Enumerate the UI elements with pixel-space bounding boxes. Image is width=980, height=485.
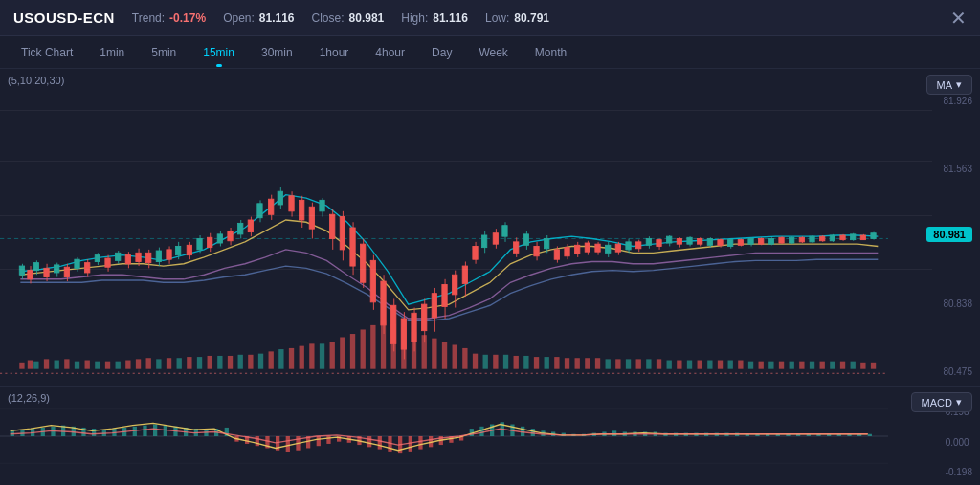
tab-4hour[interactable]: 4hour [362, 42, 418, 63]
svg-rect-128 [473, 246, 478, 259]
tab-tick[interactable]: Tick Chart [8, 42, 86, 63]
svg-rect-14 [156, 251, 161, 261]
svg-rect-72 [85, 263, 90, 273]
svg-rect-223 [840, 362, 845, 369]
tab-30min[interactable]: 30min [248, 42, 306, 63]
tab-day[interactable]: Day [418, 42, 465, 63]
svg-rect-142 [585, 243, 590, 252]
svg-rect-198 [422, 335, 427, 368]
macd-svg [0, 387, 980, 485]
svg-rect-38 [606, 245, 611, 253]
svg-rect-162 [779, 237, 784, 243]
tab-month[interactable]: Month [522, 42, 580, 63]
svg-rect-106 [361, 244, 366, 282]
svg-rect-160 [759, 238, 764, 244]
macd-panel[interactable]: (12,26,9) MACD ▾ 0.198 0.000 -0.198 [0, 387, 980, 485]
trend-label: Trend: [132, 11, 165, 25]
svg-rect-225 [871, 363, 876, 369]
svg-rect-251 [768, 362, 773, 369]
tab-15min[interactable]: 15min [189, 42, 248, 63]
svg-rect-185 [269, 351, 274, 368]
svg-rect-218 [738, 361, 743, 369]
svg-rect-207 [554, 357, 559, 369]
svg-rect-173 [44, 359, 49, 368]
svg-rect-120 [432, 294, 436, 318]
svg-rect-200 [442, 342, 447, 369]
svg-rect-195 [391, 324, 396, 369]
svg-rect-46 [687, 237, 692, 244]
svg-rect-12 [116, 253, 121, 260]
grid-line-3 [0, 215, 932, 216]
svg-rect-222 [820, 362, 825, 369]
svg-rect-217 [718, 361, 723, 369]
svg-rect-216 [698, 361, 702, 369]
current-price-label: 80.981 [926, 227, 972, 242]
svg-rect-206 [534, 357, 539, 369]
svg-rect-175 [85, 361, 90, 369]
svg-rect-176 [105, 362, 110, 369]
svg-rect-189 [330, 342, 335, 369]
svg-rect-122 [442, 285, 447, 307]
svg-rect-40 [626, 242, 631, 250]
tab-1hour[interactable]: 1hour [306, 42, 363, 63]
svg-rect-194 [381, 320, 386, 368]
svg-rect-110 [381, 281, 386, 325]
ma-dropdown-button[interactable]: MA ▾ [926, 75, 973, 95]
svg-rect-166 [820, 236, 825, 241]
open-value: 81.116 [259, 11, 295, 25]
svg-rect-272 [153, 425, 157, 436]
svg-rect-56 [790, 237, 794, 243]
svg-rect-239 [483, 355, 488, 369]
tab-5min[interactable]: 5min [138, 42, 189, 63]
svg-rect-229 [95, 362, 100, 369]
svg-rect-226 [33, 362, 38, 369]
macd-indicator-label: (12,26,9) [8, 392, 50, 404]
svg-rect-36 [545, 238, 549, 248]
svg-rect-8 [75, 259, 79, 268]
svg-rect-180 [167, 358, 171, 368]
svg-rect-205 [514, 356, 519, 369]
svg-rect-298 [418, 436, 422, 450]
svg-rect-244 [626, 359, 631, 368]
trend-value: -0.17% [169, 11, 206, 25]
close-stat: Close: 80.981 [312, 11, 385, 25]
svg-rect-164 [799, 237, 804, 242]
svg-rect-238 [320, 343, 324, 368]
main-chart[interactable]: (5,10,20,30) MA ▾ 81.926 81.563 81.201 8… [0, 69, 980, 387]
svg-rect-62 [851, 234, 856, 240]
svg-rect-204 [493, 355, 498, 369]
svg-rect-219 [759, 362, 764, 369]
svg-rect-138 [565, 248, 569, 256]
svg-rect-342 [868, 434, 872, 436]
svg-rect-282 [256, 436, 259, 446]
candlestick-svg [0, 69, 980, 386]
svg-rect-156 [718, 240, 723, 246]
svg-rect-42 [646, 238, 651, 245]
svg-rect-104 [350, 228, 355, 266]
svg-rect-20 [217, 234, 222, 243]
svg-rect-187 [300, 346, 304, 369]
svg-rect-66 [28, 271, 33, 279]
svg-rect-190 [340, 337, 345, 368]
svg-rect-28 [320, 200, 324, 210]
svg-rect-234 [217, 356, 222, 369]
ma-indicator-label: (5,10,20,30) [8, 75, 64, 86]
macd-dropdown-button[interactable]: MACD ▾ [911, 392, 972, 412]
svg-rect-136 [554, 250, 559, 259]
tab-week[interactable]: Week [465, 42, 521, 63]
svg-rect-201 [453, 344, 457, 368]
high-label: High: [401, 11, 428, 25]
svg-rect-254 [830, 362, 835, 369]
close-button[interactable]: ✕ [950, 9, 967, 28]
svg-rect-215 [677, 361, 681, 369]
symbol-label: USOUSD-ECN [13, 10, 115, 26]
svg-rect-247 [687, 361, 692, 369]
svg-rect-250 [748, 362, 753, 369]
grid-line-5 [0, 320, 932, 320]
svg-rect-98 [309, 207, 314, 229]
svg-rect-196 [401, 327, 406, 369]
svg-rect-178 [136, 359, 141, 368]
tab-1min[interactable]: 1min [86, 42, 138, 63]
svg-rect-191 [350, 334, 355, 369]
svg-rect-179 [146, 358, 151, 368]
